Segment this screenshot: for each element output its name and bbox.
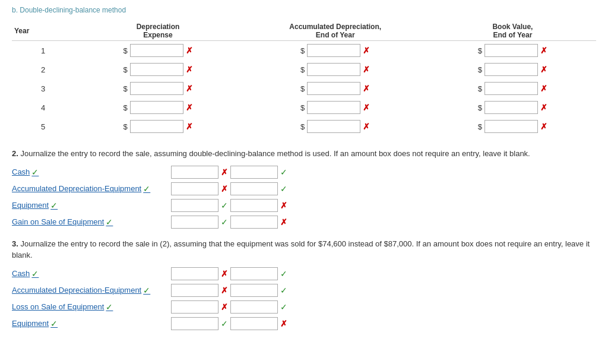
x-mark-icon[interactable]: ✗: [540, 84, 547, 93]
section-label: b. Double-declining-balance method: [12, 6, 596, 14]
dollar-sign: $: [300, 103, 305, 112]
check-icon[interactable]: ✓: [280, 286, 287, 295]
input-cell: $✗: [242, 117, 429, 136]
credit-input[interactable]: [230, 182, 278, 195]
amount-input[interactable]: [307, 82, 360, 95]
amount-input[interactable]: [307, 44, 360, 57]
input-cell: $✗: [74, 98, 241, 117]
credit-input[interactable]: [230, 317, 278, 330]
dollar-sign: $: [300, 46, 305, 55]
input-cell: $✗: [429, 41, 596, 61]
check-icon[interactable]: ✓: [280, 167, 287, 177]
journal-input-group: ✓✗: [171, 216, 287, 229]
debit-input[interactable]: [171, 182, 218, 195]
amount-input[interactable]: [307, 120, 360, 133]
input-cell: $✗: [74, 117, 241, 136]
x-mark-icon[interactable]: ✗: [540, 103, 547, 112]
input-cell: $✗: [74, 41, 241, 61]
x-mark-icon[interactable]: ✗: [186, 84, 193, 93]
book-value-header: Book Value, End of Year: [429, 21, 596, 41]
amount-input[interactable]: [484, 63, 538, 76]
debit-input[interactable]: [171, 317, 218, 330]
dep-expense-header: Depreciation Expense: [74, 21, 241, 41]
account-check-icon: ✓: [106, 302, 113, 312]
x-mark-icon[interactable]: ✗: [186, 46, 193, 55]
amount-input[interactable]: [484, 82, 538, 95]
journal-row: Accumulated Depreciation-Equipment ✓✗✓: [12, 284, 596, 297]
input-cell: $✗: [429, 98, 596, 117]
x-mark-icon[interactable]: ✗: [540, 46, 547, 55]
dollar-sign: $: [123, 122, 127, 131]
depreciation-table: Year Depreciation Expense Accumulated De…: [12, 21, 596, 136]
x-mark-icon[interactable]: ✗: [363, 46, 370, 55]
account-label: Equipment ✓: [12, 201, 166, 210]
amount-input[interactable]: [307, 63, 360, 76]
amount-input[interactable]: [484, 101, 538, 114]
question-3-text: 3. Journalize the entry to record the sa…: [12, 238, 596, 261]
credit-input[interactable]: [230, 284, 278, 297]
table-row: 5$✗$✗$✗: [12, 117, 596, 136]
debit-input[interactable]: [171, 267, 218, 280]
x-mark-icon[interactable]: ✗: [186, 65, 193, 74]
journal-table-2: Cash ✓✗✓Accumulated Depreciation-Equipme…: [12, 166, 596, 229]
x-mark-icon[interactable]: ✗: [221, 269, 228, 278]
dollar-sign: $: [478, 84, 482, 93]
journal-row: Equipment ✓✓✗: [12, 317, 596, 330]
check-icon[interactable]: ✓: [280, 184, 287, 194]
dollar-sign: $: [478, 65, 482, 74]
account-label: Accumulated Depreciation-Equipment ✓: [12, 184, 166, 194]
check-icon[interactable]: ✓: [221, 319, 228, 328]
x-mark-icon[interactable]: ✗: [186, 122, 193, 131]
credit-input[interactable]: [230, 216, 278, 229]
x-mark-icon[interactable]: ✗: [540, 65, 547, 74]
journal-row: Cash ✓✗✓: [12, 267, 596, 280]
input-cell: $✗: [429, 79, 596, 98]
x-mark-icon[interactable]: ✗: [280, 319, 287, 328]
dollar-sign: $: [300, 122, 305, 131]
credit-input[interactable]: [230, 267, 278, 280]
question-3: 3. Journalize the entry to record the sa…: [12, 238, 596, 330]
journal-input-group: ✗✓: [171, 300, 287, 314]
check-icon[interactable]: ✓: [221, 217, 228, 227]
debit-input[interactable]: [171, 216, 218, 229]
x-mark-icon[interactable]: ✗: [363, 103, 370, 112]
credit-input[interactable]: [230, 166, 278, 179]
check-icon[interactable]: ✓: [221, 201, 228, 210]
x-mark-icon[interactable]: ✗: [186, 103, 193, 112]
amount-input[interactable]: [484, 120, 538, 133]
debit-input[interactable]: [171, 284, 218, 297]
amount-input[interactable]: [130, 120, 183, 133]
amount-input[interactable]: [130, 82, 183, 95]
debit-input[interactable]: [171, 166, 218, 179]
x-mark-icon[interactable]: ✗: [221, 302, 228, 312]
x-mark-icon[interactable]: ✗: [363, 65, 370, 74]
x-mark-icon[interactable]: ✗: [280, 201, 287, 210]
x-mark-icon[interactable]: ✗: [221, 167, 228, 177]
amount-input[interactable]: [307, 101, 360, 114]
amount-input[interactable]: [130, 101, 183, 114]
dollar-sign: $: [478, 122, 482, 131]
x-mark-icon[interactable]: ✗: [363, 122, 370, 131]
x-mark-icon[interactable]: ✗: [363, 84, 370, 93]
amount-input[interactable]: [130, 44, 183, 57]
account-label: Gain on Sale of Equipment ✓: [12, 217, 166, 227]
year-cell: 5: [12, 117, 74, 136]
amount-input[interactable]: [484, 44, 538, 57]
credit-input[interactable]: [230, 300, 278, 314]
journal-input-group: ✗✓: [171, 267, 287, 280]
x-mark-icon[interactable]: ✗: [540, 122, 547, 131]
journal-input-group: ✓✗: [171, 317, 287, 330]
accum-dep-header: Accumulated Depreciation, End of Year: [242, 21, 429, 41]
debit-input[interactable]: [171, 300, 218, 314]
x-mark-icon[interactable]: ✗: [221, 184, 228, 194]
journal-row: Loss on Sale of Equipment ✓✗✓: [12, 300, 596, 314]
check-icon[interactable]: ✓: [280, 302, 287, 312]
x-mark-icon[interactable]: ✗: [280, 217, 287, 227]
account-label: Cash ✓: [12, 167, 166, 177]
credit-input[interactable]: [230, 199, 278, 212]
check-icon[interactable]: ✓: [280, 269, 287, 278]
x-mark-icon[interactable]: ✗: [221, 286, 228, 295]
debit-input[interactable]: [171, 199, 218, 212]
dollar-sign: $: [300, 65, 305, 74]
amount-input[interactable]: [130, 63, 183, 76]
